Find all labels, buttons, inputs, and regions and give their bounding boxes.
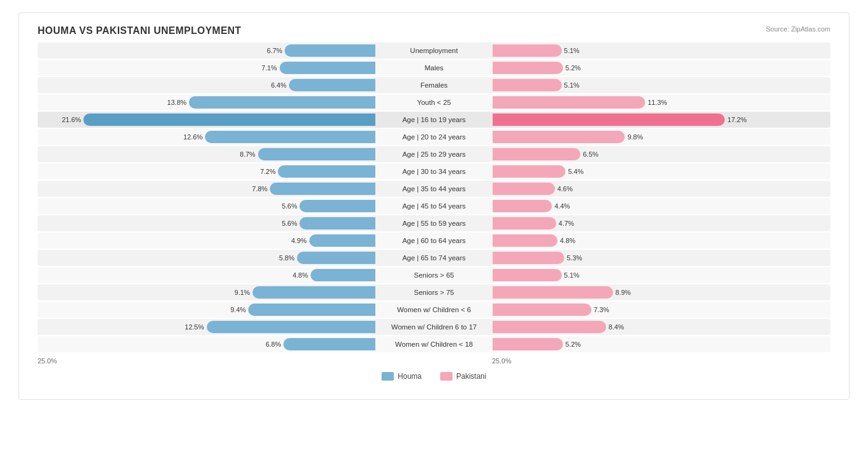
left-value: 21.6% (59, 116, 81, 123)
left-value: 4.8% (286, 271, 308, 279)
left-bar (252, 286, 375, 299)
axis-right: 25.0% (490, 357, 830, 365)
left-section: 12.5% (38, 321, 375, 333)
right-section: 11.3% (493, 96, 830, 109)
row-label: Age | 65 to 74 years (375, 254, 493, 262)
right-value: 5.2% (565, 341, 588, 348)
left-section: 9.4% (38, 304, 375, 316)
right-value: 5.1% (564, 271, 586, 279)
chart-row: 5.8%Age | 65 to 74 years5.3% (38, 250, 830, 266)
left-section: 13.8% (38, 96, 375, 109)
chart-row: 9.1%Seniors > 758.9% (38, 284, 830, 300)
row-label: Youth < 25 (375, 99, 493, 106)
right-section: 8.4% (493, 321, 830, 333)
row-label: Women w/ Children < 6 (375, 306, 493, 313)
row-label: Age | 60 to 64 years (375, 237, 493, 244)
left-section: 7.1% (38, 62, 375, 74)
right-bar (493, 62, 563, 74)
right-bar (493, 96, 645, 109)
left-value: 6.7% (260, 47, 282, 54)
left-section: 4.9% (38, 234, 375, 247)
right-value: 4.8% (560, 237, 582, 244)
chart-row: 12.5%Women w/ Children 6 to 178.4% (38, 319, 830, 335)
left-bar (83, 114, 375, 126)
left-value: 9.4% (223, 306, 246, 313)
row-label: Seniors > 75 (375, 289, 493, 296)
right-section: 4.4% (493, 200, 830, 212)
left-value: 7.2% (253, 168, 275, 175)
row-label: Age | 35 to 44 years (375, 185, 493, 192)
right-value: 5.1% (564, 81, 586, 89)
row-label: Age | 16 to 19 years (375, 116, 493, 123)
chart-area: 6.7%Unemployment5.1%7.1%Males5.2%6.4%Fem… (38, 43, 830, 352)
legend-houma-label: Houma (398, 372, 422, 381)
right-section: 17.2% (493, 114, 830, 126)
left-value: 12.6% (180, 133, 202, 141)
row-label: Age | 30 to 34 years (375, 168, 493, 175)
axis-row: 25.0% 25.0% (38, 357, 830, 365)
left-bar (309, 234, 375, 247)
chart-row: 5.6%Age | 55 to 59 years4.7% (38, 215, 830, 231)
right-bar (493, 131, 625, 143)
left-bar (258, 148, 375, 160)
right-bar (493, 79, 562, 91)
right-bar (493, 252, 564, 264)
row-label: Unemployment (375, 47, 493, 54)
left-value: 5.6% (275, 220, 297, 227)
left-value: 4.9% (285, 237, 307, 244)
left-section: 7.8% (38, 183, 375, 195)
right-section: 6.5% (493, 148, 830, 160)
chart-row: 6.7%Unemployment5.1% (38, 43, 830, 59)
right-section: 5.4% (493, 165, 830, 178)
left-section: 9.1% (38, 286, 375, 299)
right-value: 4.6% (557, 185, 580, 192)
right-value: 4.7% (559, 220, 581, 227)
right-section: 5.2% (493, 338, 830, 350)
chart-title: HOUMA VS PAKISTANI UNEMPLOYMENT (38, 25, 830, 36)
right-value: 8.4% (609, 323, 631, 331)
right-section: 4.7% (493, 217, 830, 229)
left-bar (289, 79, 375, 91)
right-section: 8.9% (493, 286, 830, 299)
chart-row: 12.6%Age | 20 to 24 years9.8% (38, 129, 830, 145)
right-section: 7.3% (493, 304, 830, 316)
left-section: 7.2% (38, 165, 375, 178)
right-section: 4.8% (493, 234, 830, 247)
row-label: Males (375, 64, 493, 72)
left-bar (270, 183, 375, 195)
right-bar (493, 338, 563, 350)
legend-houma-box (382, 372, 394, 381)
right-value: 5.3% (567, 254, 589, 262)
left-bar (205, 131, 375, 143)
chart-row: 7.8%Age | 35 to 44 years4.6% (38, 181, 830, 197)
right-bar (493, 44, 562, 57)
left-bar (297, 252, 375, 264)
legend: Houma Pakistani (38, 372, 830, 381)
right-bar (493, 234, 557, 247)
chart-row: 7.1%Males5.2% (38, 60, 830, 76)
chart-row: 13.8%Youth < 2511.3% (38, 94, 830, 110)
right-bar (493, 148, 580, 160)
left-section: 8.7% (38, 148, 375, 160)
right-section: 4.6% (493, 183, 830, 195)
row-label: Age | 55 to 59 years (375, 220, 493, 227)
right-bar (493, 165, 565, 178)
chart-row: 4.8%Seniors > 655.1% (38, 267, 830, 283)
row-label: Women w/ Children 6 to 17 (375, 323, 493, 331)
left-bar (280, 62, 375, 74)
left-section: 5.8% (38, 252, 375, 264)
axis-left: 25.0% (38, 357, 378, 365)
chart-row: 6.8%Women w/ Children < 185.2% (38, 336, 830, 352)
right-value: 17.2% (727, 116, 749, 123)
right-value: 8.9% (616, 289, 638, 296)
row-label: Age | 20 to 24 years (375, 133, 493, 141)
chart-row: 9.4%Women w/ Children < 67.3% (38, 302, 830, 318)
right-section: 9.8% (493, 131, 830, 143)
chart-row: 21.6%Age | 16 to 19 years17.2% (38, 112, 830, 128)
axis-right-far: 25.0% (492, 357, 511, 365)
chart-row: 7.2%Age | 30 to 34 years5.4% (38, 163, 830, 180)
right-section: 5.3% (493, 252, 830, 264)
row-label: Females (375, 81, 493, 89)
left-bar (207, 321, 376, 333)
left-section: 6.7% (38, 44, 375, 57)
